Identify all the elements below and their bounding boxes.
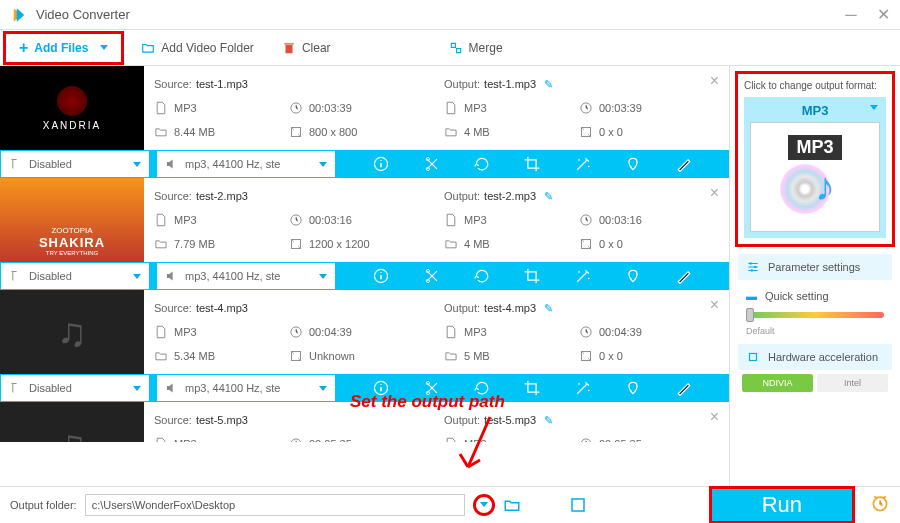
- thumbnail[interactable]: XANDRIA: [0, 66, 144, 150]
- resolution-icon: [289, 125, 303, 139]
- info-tool[interactable]: [372, 267, 390, 285]
- caret-down-icon: [319, 162, 327, 167]
- resolution-icon: [579, 125, 593, 139]
- edit-output-name[interactable]: ✎: [544, 414, 553, 426]
- draw-tool[interactable]: [675, 379, 693, 397]
- quick-setting-label: ▬ Quick setting: [738, 284, 892, 308]
- quick-label: Quick setting: [765, 290, 829, 302]
- titlebar: Video Converter ─ ✕: [0, 0, 900, 30]
- svg-point-16: [578, 271, 580, 273]
- sidebar: Click to change output format: MP3 MP3 ♪…: [730, 66, 900, 486]
- thumbnail[interactable]: ♫: [0, 402, 144, 442]
- default-label: Default: [746, 326, 884, 336]
- remove-item-button[interactable]: ×: [710, 72, 719, 90]
- audio-dropdown[interactable]: mp3, 44100 Hz, ste: [156, 374, 336, 402]
- close-button[interactable]: ✕: [876, 8, 890, 22]
- subtitle-dropdown[interactable]: Disabled: [0, 150, 150, 178]
- clock-icon: [289, 213, 303, 227]
- edit-output-name[interactable]: ✎: [544, 78, 553, 90]
- subtitle-icon: [9, 157, 23, 171]
- list-item: ♫×Source:test-4.mp3Output:test-4.mp3✎MP3…: [0, 290, 729, 402]
- crop-tool[interactable]: [523, 379, 541, 397]
- hardware-accel-button[interactable]: Hardware acceleration: [738, 344, 892, 370]
- parameter-settings-button[interactable]: Parameter settings: [738, 254, 892, 280]
- open-folder-button[interactable]: [503, 496, 521, 514]
- trash-icon: [282, 41, 296, 55]
- edit-output-name[interactable]: ✎: [544, 302, 553, 314]
- clock-icon: [579, 437, 593, 442]
- item-toolbar: Disabledmp3, 44100 Hz, ste: [0, 374, 729, 402]
- info-tool[interactable]: [372, 379, 390, 397]
- clear-button[interactable]: Clear: [268, 35, 345, 61]
- merge-button[interactable]: Merge: [435, 35, 517, 61]
- crop-tool[interactable]: [523, 267, 541, 285]
- add-folder-button[interactable]: Add Video Folder: [127, 35, 268, 61]
- caret-down-icon: [133, 386, 141, 391]
- output-format-box: Click to change output format: MP3 MP3 ♪: [738, 74, 892, 244]
- svg-point-26: [588, 390, 590, 392]
- remove-item-button[interactable]: ×: [710, 408, 719, 426]
- format-selector[interactable]: MP3 MP3 ♪: [744, 97, 886, 238]
- output-path-dropdown[interactable]: [473, 494, 495, 516]
- remove-item-button[interactable]: ×: [710, 184, 719, 202]
- watermark-tool[interactable]: [624, 267, 642, 285]
- watermark-tool[interactable]: [624, 379, 642, 397]
- list-item: XANDRIA×Source:test-1.mp3Output:test-1.m…: [0, 66, 729, 178]
- thumbnail[interactable]: ♫: [0, 290, 144, 374]
- run-button[interactable]: Run: [712, 489, 852, 521]
- app-logo-icon: [10, 6, 28, 24]
- add-files-button[interactable]: + Add Files: [5, 33, 122, 63]
- subtitle-icon: [9, 269, 23, 283]
- effect-tool[interactable]: [574, 155, 592, 173]
- thumbnail[interactable]: ZOOTOPIASHAKIRATRY EVERYTHING: [0, 178, 144, 262]
- caret-down-icon: [319, 274, 327, 279]
- folder-icon: [154, 349, 168, 363]
- list-item: ♫×Source:test-5.mp3Output:test-5.mp3✎MP3…: [0, 402, 729, 442]
- watermark-tool[interactable]: [624, 155, 642, 173]
- alarm-icon[interactable]: [870, 493, 890, 517]
- speaker-icon: [165, 381, 179, 395]
- caret-down-icon: [480, 502, 488, 507]
- browse-button[interactable]: [569, 496, 587, 514]
- resolution-icon: [579, 349, 593, 363]
- effect-tool[interactable]: [574, 267, 592, 285]
- cut-tool[interactable]: [423, 267, 441, 285]
- music-note-icon: ♫: [57, 310, 87, 355]
- format-icon: MP3 ♪: [750, 122, 880, 232]
- rotate-tool[interactable]: [473, 155, 491, 173]
- edit-output-name[interactable]: ✎: [544, 190, 553, 202]
- crop-tool[interactable]: [523, 155, 541, 173]
- slider-handle[interactable]: [746, 308, 754, 322]
- subtitle-icon: [9, 381, 23, 395]
- hw-label: Hardware acceleration: [768, 351, 878, 363]
- hw-chips: NDIVIA Intel: [738, 374, 892, 392]
- audio-dropdown[interactable]: mp3, 44100 Hz, ste: [156, 150, 336, 178]
- svg-point-29: [750, 262, 752, 264]
- svg-rect-32: [750, 354, 757, 361]
- cut-tool[interactable]: [423, 155, 441, 173]
- dash-icon: ▬: [746, 290, 757, 302]
- nvidia-chip[interactable]: NDIVIA: [742, 374, 813, 392]
- audio-dropdown[interactable]: mp3, 44100 Hz, ste: [156, 262, 336, 290]
- rotate-tool[interactable]: [473, 267, 491, 285]
- intel-chip[interactable]: Intel: [817, 374, 888, 392]
- sliders-icon: [746, 260, 760, 274]
- minimize-button[interactable]: ─: [844, 8, 858, 22]
- quality-slider[interactable]: [746, 312, 884, 318]
- info-tool[interactable]: [372, 155, 390, 173]
- subtitle-dropdown[interactable]: Disabled: [0, 374, 150, 402]
- remove-item-button[interactable]: ×: [710, 296, 719, 314]
- cut-tool[interactable]: [423, 379, 441, 397]
- effect-tool[interactable]: [574, 379, 592, 397]
- music-note-icon: ♫: [57, 422, 87, 443]
- resolution-icon: [289, 237, 303, 251]
- subtitle-dropdown[interactable]: Disabled: [0, 262, 150, 290]
- rotate-tool[interactable]: [473, 379, 491, 397]
- output-folder-input[interactable]: [85, 494, 465, 516]
- app-title: Video Converter: [36, 7, 130, 22]
- output-folder-label: Output folder:: [10, 499, 77, 511]
- clock-icon: [289, 437, 303, 442]
- draw-tool[interactable]: [675, 267, 693, 285]
- draw-tool[interactable]: [675, 155, 693, 173]
- item-toolbar: Disabledmp3, 44100 Hz, ste: [0, 150, 729, 178]
